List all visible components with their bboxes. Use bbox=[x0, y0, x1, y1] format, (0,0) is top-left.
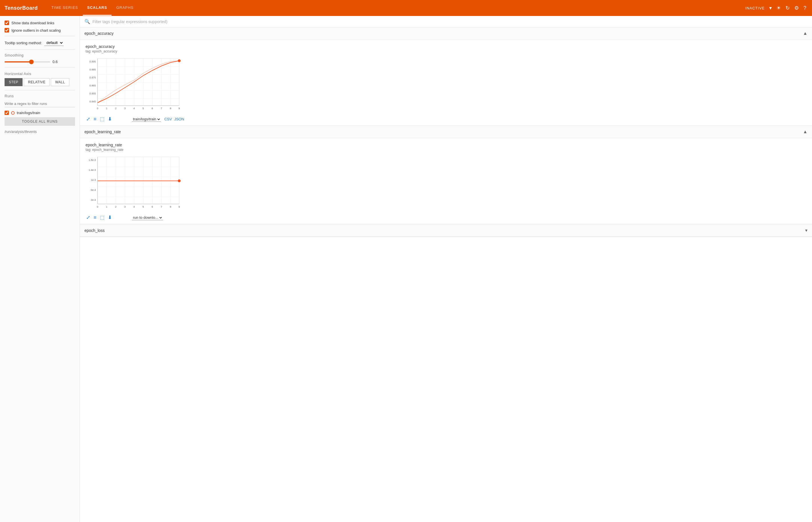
refresh-icon[interactable]: ↻ bbox=[784, 4, 791, 12]
svg-text:9: 9 bbox=[178, 205, 180, 208]
nav-time-series[interactable]: TIME SERIES bbox=[47, 0, 82, 16]
toggle-all-button[interactable]: TOGGLE ALL RUNS bbox=[4, 117, 75, 126]
list-icon-lr[interactable]: ≡ bbox=[93, 214, 97, 221]
svg-text:1.8e-3: 1.8e-3 bbox=[88, 159, 96, 161]
svg-text:0: 0 bbox=[97, 107, 98, 110]
filter-bar: 🔍 bbox=[80, 16, 812, 27]
chevron-up-accuracy: ▲ bbox=[803, 31, 808, 36]
section-epoch-learning-rate: epoch_learning_rate ▲ epoch_learning_rat… bbox=[80, 126, 812, 224]
svg-text:1: 1 bbox=[106, 205, 107, 208]
run-name-train: train/logs/train bbox=[17, 111, 40, 115]
section-epoch-accuracy: epoch_accuracy ▲ epoch_accuracy tag: epo… bbox=[80, 27, 812, 126]
nav-links: TIME SERIES SCALARS GRAPHS bbox=[47, 0, 745, 16]
haxis-relative-btn[interactable]: RELATIVE bbox=[24, 78, 49, 86]
svg-text:5: 5 bbox=[142, 107, 144, 110]
svg-text:5: 5 bbox=[142, 205, 144, 208]
download-icon-lr[interactable]: ⬇ bbox=[107, 214, 113, 221]
section-header-epoch-accuracy[interactable]: epoch_accuracy ▲ bbox=[80, 27, 812, 40]
svg-text:6: 6 bbox=[152, 107, 153, 110]
chevron-up-lr: ▲ bbox=[803, 129, 808, 134]
chart-tag-lr: tag: epoch_learning_rate bbox=[85, 148, 806, 152]
section-header-loss[interactable]: epoch_loss ▾ bbox=[80, 224, 812, 237]
json-link-accuracy[interactable]: JSON bbox=[174, 117, 184, 121]
section-header-learning-rate[interactable]: epoch_learning_rate ▲ bbox=[80, 126, 812, 138]
svg-text:0.865: 0.865 bbox=[89, 84, 96, 87]
runs-section-title: Runs bbox=[4, 94, 75, 98]
list-icon-accuracy[interactable]: ≡ bbox=[93, 116, 97, 123]
svg-point-32 bbox=[178, 59, 181, 62]
svg-point-63 bbox=[178, 179, 181, 182]
show-downloads-label[interactable]: Show data download links bbox=[12, 21, 54, 25]
main-content: 🔍 epoch_accuracy ▲ epoch_accuracy tag: e… bbox=[80, 16, 812, 522]
chart-lr: 1.8e-3 1.4e-3 1e-3 6e-4 2e-4 bbox=[85, 155, 183, 212]
download-icon-accuracy[interactable]: ⬇ bbox=[107, 116, 113, 123]
csv-link-accuracy[interactable]: CSV bbox=[164, 117, 172, 121]
chart-accuracy: 0.895 0.885 0.875 0.865 0.855 0.845 bbox=[85, 56, 183, 113]
svg-text:2: 2 bbox=[115, 205, 116, 208]
image-icon-accuracy[interactable]: ⬚ bbox=[99, 116, 105, 123]
svg-text:7: 7 bbox=[161, 205, 162, 208]
chart-tag-accuracy: tag: epoch_accuracy bbox=[85, 49, 806, 53]
haxis-wall-btn[interactable]: WALL bbox=[51, 78, 69, 86]
run-item-train: train/logs/train bbox=[4, 111, 75, 115]
run-checkbox-train[interactable] bbox=[4, 111, 9, 115]
chart-svg-accuracy: 0.895 0.885 0.875 0.865 0.855 0.845 bbox=[85, 56, 183, 113]
section-epoch-loss: epoch_loss ▾ bbox=[80, 224, 812, 237]
runs-path: /run/analysis/tfevents bbox=[4, 130, 75, 134]
divider-4 bbox=[4, 90, 75, 91]
svg-text:4: 4 bbox=[133, 107, 135, 110]
show-downloads-option: Show data download links bbox=[4, 21, 75, 25]
svg-text:3: 3 bbox=[124, 107, 125, 110]
svg-text:0: 0 bbox=[97, 205, 98, 208]
section-title-epoch-accuracy: epoch_accuracy bbox=[84, 31, 114, 36]
svg-text:6: 6 bbox=[152, 205, 153, 208]
svg-text:1: 1 bbox=[106, 107, 107, 110]
chart-run-select-lr[interactable]: run to downlo... bbox=[132, 215, 163, 220]
tooltip-select[interactable]: default bbox=[44, 40, 64, 46]
tooltip-label: Tooltip sorting method: bbox=[4, 41, 42, 45]
section-title-loss: epoch_loss bbox=[84, 228, 105, 233]
show-downloads-checkbox[interactable] bbox=[4, 21, 9, 25]
filter-input[interactable] bbox=[93, 19, 808, 24]
svg-text:2: 2 bbox=[115, 107, 116, 110]
sidebar: Show data download links Ignore outliers… bbox=[0, 16, 80, 522]
section-title-learning-rate: epoch_learning_rate bbox=[84, 129, 121, 134]
topnav-right: INACTIVE ▾ ☀ ↻ ⚙ ? bbox=[745, 4, 808, 12]
image-icon-lr[interactable]: ⬚ bbox=[99, 214, 105, 221]
nav-graphs[interactable]: GRAPHS bbox=[112, 0, 138, 16]
smoothing-section-title: Smoothing bbox=[4, 53, 75, 57]
chevron-down-loss: ▾ bbox=[805, 228, 808, 233]
nav-scalars[interactable]: SCALARS bbox=[83, 0, 112, 16]
chart-body-lr: epoch_learning_rate tag: epoch_learning_… bbox=[80, 138, 812, 224]
runs-filter-input[interactable] bbox=[4, 100, 75, 107]
svg-text:8: 8 bbox=[170, 107, 171, 110]
chart-toolbar-lr: ⤢ ≡ ⬚ ⬇ run to downlo... bbox=[85, 214, 806, 221]
tooltip-row: Tooltip sorting method: default bbox=[4, 40, 75, 46]
brightness-icon[interactable]: ☀ bbox=[775, 4, 782, 12]
svg-text:0.855: 0.855 bbox=[89, 92, 96, 95]
chart-run-select-accuracy[interactable]: train/logs/train bbox=[132, 117, 161, 122]
help-icon[interactable]: ? bbox=[802, 4, 808, 12]
csv-json-links: CSV JSON bbox=[164, 117, 184, 121]
divider-1 bbox=[4, 36, 75, 36]
ignore-outliers-checkbox[interactable] bbox=[4, 28, 9, 33]
svg-text:0.895: 0.895 bbox=[89, 60, 96, 63]
svg-text:1.4e-3: 1.4e-3 bbox=[88, 168, 96, 172]
chart-title-lr: epoch_learning_rate bbox=[85, 143, 806, 147]
expand-chart-icon-lr[interactable]: ⤢ bbox=[85, 214, 91, 221]
smoothing-slider[interactable] bbox=[4, 61, 50, 62]
inactive-dropdown-icon[interactable]: ▾ bbox=[768, 4, 773, 12]
svg-text:1e-3: 1e-3 bbox=[91, 179, 96, 181]
ignore-outliers-option: Ignore outliers in chart scaling bbox=[4, 28, 75, 33]
svg-text:4: 4 bbox=[133, 205, 135, 208]
svg-text:7: 7 bbox=[161, 107, 162, 110]
expand-chart-icon-accuracy[interactable]: ⤢ bbox=[85, 116, 91, 123]
svg-text:0.875: 0.875 bbox=[89, 76, 96, 79]
chart-title-accuracy: epoch_accuracy bbox=[85, 44, 806, 49]
settings-icon[interactable]: ⚙ bbox=[793, 4, 800, 12]
status-label: INACTIVE bbox=[745, 6, 765, 10]
chart-body-accuracy: epoch_accuracy tag: epoch_accuracy 0.895… bbox=[80, 40, 812, 125]
haxis-step-btn[interactable]: STEP bbox=[4, 78, 22, 86]
ignore-outliers-label[interactable]: Ignore outliers in chart scaling bbox=[12, 28, 61, 33]
svg-text:0.885: 0.885 bbox=[89, 68, 96, 71]
